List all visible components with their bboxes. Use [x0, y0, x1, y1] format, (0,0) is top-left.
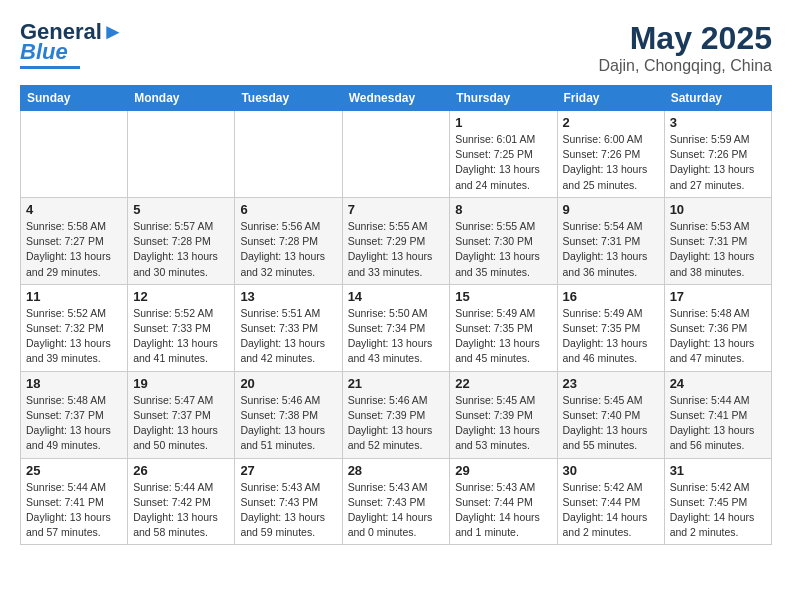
day-number: 27 — [240, 463, 336, 478]
title-block: May 2025 Dajin, Chongqing, China — [599, 20, 772, 75]
calendar-cell: 9Sunrise: 5:54 AM Sunset: 7:31 PM Daylig… — [557, 197, 664, 284]
day-number: 25 — [26, 463, 122, 478]
day-info: Sunrise: 5:42 AM Sunset: 7:45 PM Dayligh… — [670, 480, 766, 541]
day-info: Sunrise: 5:45 AM Sunset: 7:39 PM Dayligh… — [455, 393, 551, 454]
weekday-header-monday: Monday — [128, 86, 235, 111]
calendar-cell: 11Sunrise: 5:52 AM Sunset: 7:32 PM Dayli… — [21, 284, 128, 371]
day-number: 7 — [348, 202, 445, 217]
calendar-cell: 21Sunrise: 5:46 AM Sunset: 7:39 PM Dayli… — [342, 371, 450, 458]
day-info: Sunrise: 5:51 AM Sunset: 7:33 PM Dayligh… — [240, 306, 336, 367]
calendar-cell: 16Sunrise: 5:49 AM Sunset: 7:35 PM Dayli… — [557, 284, 664, 371]
day-number: 9 — [563, 202, 659, 217]
logo: General► Blue — [20, 20, 124, 69]
day-number: 10 — [670, 202, 766, 217]
day-number: 4 — [26, 202, 122, 217]
day-info: Sunrise: 5:55 AM Sunset: 7:30 PM Dayligh… — [455, 219, 551, 280]
calendar-cell: 31Sunrise: 5:42 AM Sunset: 7:45 PM Dayli… — [664, 458, 771, 545]
day-info: Sunrise: 5:45 AM Sunset: 7:40 PM Dayligh… — [563, 393, 659, 454]
day-number: 18 — [26, 376, 122, 391]
weekday-header-sunday: Sunday — [21, 86, 128, 111]
day-number: 8 — [455, 202, 551, 217]
calendar-cell: 3Sunrise: 5:59 AM Sunset: 7:26 PM Daylig… — [664, 111, 771, 198]
day-info: Sunrise: 5:56 AM Sunset: 7:28 PM Dayligh… — [240, 219, 336, 280]
calendar-cell: 15Sunrise: 5:49 AM Sunset: 7:35 PM Dayli… — [450, 284, 557, 371]
calendar-cell: 24Sunrise: 5:44 AM Sunset: 7:41 PM Dayli… — [664, 371, 771, 458]
day-info: Sunrise: 5:59 AM Sunset: 7:26 PM Dayligh… — [670, 132, 766, 193]
calendar-cell — [342, 111, 450, 198]
day-number: 16 — [563, 289, 659, 304]
calendar-cell — [21, 111, 128, 198]
day-number: 6 — [240, 202, 336, 217]
day-info: Sunrise: 5:52 AM Sunset: 7:32 PM Dayligh… — [26, 306, 122, 367]
day-number: 22 — [455, 376, 551, 391]
day-info: Sunrise: 5:54 AM Sunset: 7:31 PM Dayligh… — [563, 219, 659, 280]
calendar-week-row: 4Sunrise: 5:58 AM Sunset: 7:27 PM Daylig… — [21, 197, 772, 284]
day-info: Sunrise: 5:46 AM Sunset: 7:39 PM Dayligh… — [348, 393, 445, 454]
calendar-cell: 2Sunrise: 6:00 AM Sunset: 7:26 PM Daylig… — [557, 111, 664, 198]
day-info: Sunrise: 5:48 AM Sunset: 7:36 PM Dayligh… — [670, 306, 766, 367]
calendar-cell: 12Sunrise: 5:52 AM Sunset: 7:33 PM Dayli… — [128, 284, 235, 371]
calendar-cell: 29Sunrise: 5:43 AM Sunset: 7:44 PM Dayli… — [450, 458, 557, 545]
calendar-title: May 2025 — [599, 20, 772, 57]
calendar-cell: 19Sunrise: 5:47 AM Sunset: 7:37 PM Dayli… — [128, 371, 235, 458]
weekday-header-saturday: Saturday — [664, 86, 771, 111]
calendar-cell — [128, 111, 235, 198]
day-number: 5 — [133, 202, 229, 217]
calendar-table: SundayMondayTuesdayWednesdayThursdayFrid… — [20, 85, 772, 545]
weekday-header-friday: Friday — [557, 86, 664, 111]
calendar-cell: 14Sunrise: 5:50 AM Sunset: 7:34 PM Dayli… — [342, 284, 450, 371]
day-number: 20 — [240, 376, 336, 391]
page-header: General► Blue May 2025 Dajin, Chongqing,… — [20, 20, 772, 75]
calendar-cell: 17Sunrise: 5:48 AM Sunset: 7:36 PM Dayli… — [664, 284, 771, 371]
calendar-subtitle: Dajin, Chongqing, China — [599, 57, 772, 75]
day-info: Sunrise: 5:47 AM Sunset: 7:37 PM Dayligh… — [133, 393, 229, 454]
day-number: 13 — [240, 289, 336, 304]
day-number: 23 — [563, 376, 659, 391]
day-number: 26 — [133, 463, 229, 478]
calendar-cell: 5Sunrise: 5:57 AM Sunset: 7:28 PM Daylig… — [128, 197, 235, 284]
day-info: Sunrise: 5:49 AM Sunset: 7:35 PM Dayligh… — [563, 306, 659, 367]
day-info: Sunrise: 5:53 AM Sunset: 7:31 PM Dayligh… — [670, 219, 766, 280]
day-number: 15 — [455, 289, 551, 304]
day-info: Sunrise: 5:50 AM Sunset: 7:34 PM Dayligh… — [348, 306, 445, 367]
calendar-cell: 13Sunrise: 5:51 AM Sunset: 7:33 PM Dayli… — [235, 284, 342, 371]
weekday-header-thursday: Thursday — [450, 86, 557, 111]
day-number: 29 — [455, 463, 551, 478]
day-number: 17 — [670, 289, 766, 304]
calendar-week-row: 11Sunrise: 5:52 AM Sunset: 7:32 PM Dayli… — [21, 284, 772, 371]
calendar-week-row: 18Sunrise: 5:48 AM Sunset: 7:37 PM Dayli… — [21, 371, 772, 458]
calendar-cell: 18Sunrise: 5:48 AM Sunset: 7:37 PM Dayli… — [21, 371, 128, 458]
day-info: Sunrise: 6:00 AM Sunset: 7:26 PM Dayligh… — [563, 132, 659, 193]
day-number: 12 — [133, 289, 229, 304]
day-info: Sunrise: 5:43 AM Sunset: 7:43 PM Dayligh… — [348, 480, 445, 541]
day-info: Sunrise: 5:44 AM Sunset: 7:41 PM Dayligh… — [26, 480, 122, 541]
day-info: Sunrise: 5:52 AM Sunset: 7:33 PM Dayligh… — [133, 306, 229, 367]
calendar-cell — [235, 111, 342, 198]
calendar-cell: 26Sunrise: 5:44 AM Sunset: 7:42 PM Dayli… — [128, 458, 235, 545]
calendar-cell: 6Sunrise: 5:56 AM Sunset: 7:28 PM Daylig… — [235, 197, 342, 284]
logo-text2: Blue — [20, 40, 68, 64]
calendar-week-row: 25Sunrise: 5:44 AM Sunset: 7:41 PM Dayli… — [21, 458, 772, 545]
weekday-header-tuesday: Tuesday — [235, 86, 342, 111]
day-number: 31 — [670, 463, 766, 478]
calendar-cell: 23Sunrise: 5:45 AM Sunset: 7:40 PM Dayli… — [557, 371, 664, 458]
weekday-header-wednesday: Wednesday — [342, 86, 450, 111]
day-info: Sunrise: 5:49 AM Sunset: 7:35 PM Dayligh… — [455, 306, 551, 367]
calendar-cell: 1Sunrise: 6:01 AM Sunset: 7:25 PM Daylig… — [450, 111, 557, 198]
day-info: Sunrise: 5:58 AM Sunset: 7:27 PM Dayligh… — [26, 219, 122, 280]
day-number: 2 — [563, 115, 659, 130]
weekday-header-row: SundayMondayTuesdayWednesdayThursdayFrid… — [21, 86, 772, 111]
calendar-cell: 8Sunrise: 5:55 AM Sunset: 7:30 PM Daylig… — [450, 197, 557, 284]
logo-underline — [20, 66, 80, 69]
day-number: 14 — [348, 289, 445, 304]
calendar-cell: 7Sunrise: 5:55 AM Sunset: 7:29 PM Daylig… — [342, 197, 450, 284]
day-number: 1 — [455, 115, 551, 130]
calendar-cell: 30Sunrise: 5:42 AM Sunset: 7:44 PM Dayli… — [557, 458, 664, 545]
calendar-cell: 28Sunrise: 5:43 AM Sunset: 7:43 PM Dayli… — [342, 458, 450, 545]
day-info: Sunrise: 5:42 AM Sunset: 7:44 PM Dayligh… — [563, 480, 659, 541]
day-info: Sunrise: 5:44 AM Sunset: 7:41 PM Dayligh… — [670, 393, 766, 454]
day-number: 21 — [348, 376, 445, 391]
calendar-cell: 4Sunrise: 5:58 AM Sunset: 7:27 PM Daylig… — [21, 197, 128, 284]
calendar-cell: 27Sunrise: 5:43 AM Sunset: 7:43 PM Dayli… — [235, 458, 342, 545]
day-info: Sunrise: 5:43 AM Sunset: 7:43 PM Dayligh… — [240, 480, 336, 541]
